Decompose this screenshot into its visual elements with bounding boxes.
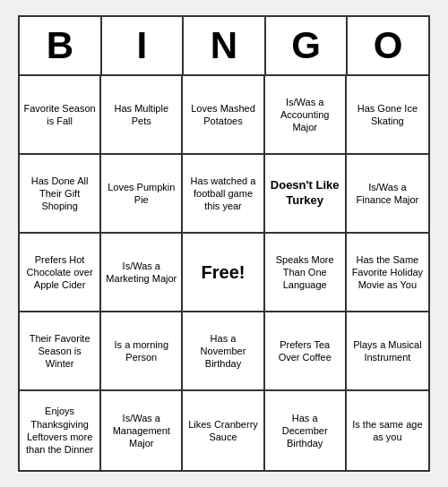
bingo-letter-g: G	[266, 17, 349, 76]
bingo-cell-15[interactable]: Their Favorite Season is Winter	[20, 312, 101, 391]
bingo-cell-9[interactable]: Is/Was a Finance Major	[347, 155, 428, 234]
bingo-cell-6[interactable]: Loves Pumpkin Pie	[101, 155, 183, 234]
bingo-cell-7[interactable]: Has watched a football game this year	[183, 155, 264, 234]
bingo-letter-b: B	[20, 17, 102, 76]
bingo-cell-12[interactable]: Free!	[183, 234, 264, 312]
bingo-cell-14[interactable]: Has the Same Favorite Holiday Movie as Y…	[347, 234, 428, 312]
bingo-cell-24[interactable]: Is the same age as you	[347, 391, 428, 470]
bingo-cell-19[interactable]: Plays a Musical Instrument	[347, 312, 428, 391]
bingo-cell-2[interactable]: Loves Mashed Potatoes	[183, 76, 264, 155]
bingo-letter-i: I	[102, 17, 185, 76]
bingo-cell-23[interactable]: Has a December Birthday	[265, 391, 347, 470]
bingo-cell-4[interactable]: Has Gone Ice Skating	[347, 76, 428, 155]
bingo-cell-16[interactable]: Is a morning Person	[101, 312, 183, 391]
bingo-cell-10[interactable]: Prefers Hot Chocolate over Apple Cider	[20, 234, 101, 312]
bingo-cell-22[interactable]: Likes Cranberry Sauce	[183, 391, 264, 470]
bingo-cell-5[interactable]: Has Done All Their Gift Shoping	[20, 155, 101, 234]
bingo-letter-n: N	[184, 17, 266, 76]
bingo-cell-13[interactable]: Speaks More Than One Language	[265, 234, 347, 312]
bingo-cell-18[interactable]: Prefers Tea Over Coffee	[265, 312, 347, 391]
bingo-cell-11[interactable]: Is/Was a Marketing Major	[101, 234, 183, 312]
bingo-cell-21[interactable]: Is/Was a Management Major	[101, 391, 183, 470]
bingo-card: BINGO Favorite Season is FallHas Multipl…	[18, 15, 430, 472]
bingo-cell-1[interactable]: Has Multiple Pets	[101, 76, 183, 155]
bingo-cell-17[interactable]: Has a November Birthday	[183, 312, 264, 391]
bingo-cell-8[interactable]: Doesn't Like Turkey	[265, 155, 347, 234]
bingo-cell-20[interactable]: Enjoys Thanksgiving Leftovers more than …	[20, 391, 101, 470]
bingo-grid: Favorite Season is FallHas Multiple Pets…	[20, 76, 428, 470]
bingo-cell-3[interactable]: Is/Was a Accounting Major	[265, 76, 347, 155]
bingo-letter-o: O	[348, 17, 428, 76]
bingo-header: BINGO	[20, 17, 428, 76]
bingo-cell-0[interactable]: Favorite Season is Fall	[20, 76, 101, 155]
